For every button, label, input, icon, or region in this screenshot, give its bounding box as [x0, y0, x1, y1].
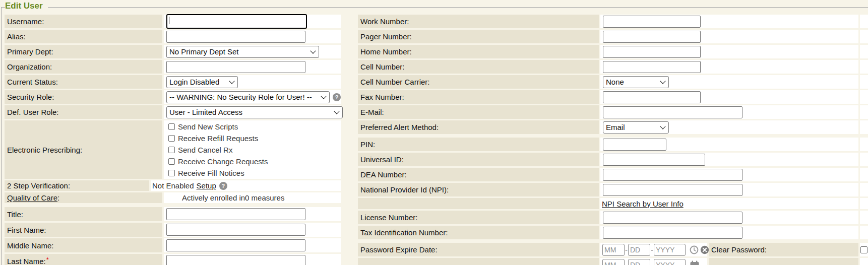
row-organization: Organization:: [5, 60, 341, 74]
chevron-down-icon: [660, 123, 665, 129]
chevron-down-icon: [229, 78, 234, 84]
checkbox-label: Receive Refill Requests: [178, 134, 258, 143]
set-month-input[interactable]: [602, 259, 625, 265]
pager-number-input[interactable]: [603, 31, 701, 43]
chevron-down-icon: [660, 78, 665, 84]
pin-label: PIN:: [358, 138, 599, 151]
work-number-input[interactable]: [603, 16, 701, 28]
preferred-alert-select[interactable]: Email: [603, 121, 669, 134]
checkbox-label: Send Cancel Rx: [178, 146, 232, 154]
title-input[interactable]: [166, 208, 305, 220]
two-step-status: Not Enabled: [152, 181, 194, 190]
row-home-number: Home Number:: [358, 45, 868, 58]
npi-search-link[interactable]: NPI Search by User Info: [602, 200, 684, 208]
email-input[interactable]: [603, 106, 742, 118]
pager-number-label: Pager Number:: [358, 30, 599, 43]
organization-input[interactable]: [166, 61, 305, 73]
row-pager-number: Pager Number:: [358, 30, 868, 43]
fax-number-label: Fax Number:: [358, 90, 599, 104]
tax-id-label: Tax Identification Number:: [358, 226, 599, 239]
row-electronic-prescribing: Electronic Prescribing: Send New Scripts…: [5, 120, 341, 179]
clear-password-label: Clear Password:: [709, 243, 858, 256]
receive-change-requests-checkbox[interactable]: [168, 158, 175, 165]
receive-fill-notices-checkbox[interactable]: [168, 170, 175, 176]
chevron-down-icon: [321, 93, 326, 99]
username-label: Username:: [5, 15, 162, 28]
checkbox-label: Receive Fill Notices: [178, 169, 244, 177]
row-work-number: Work Number:: [358, 15, 868, 28]
row-email: E-Mail:: [358, 105, 868, 119]
middle-name-input[interactable]: [166, 239, 305, 251]
home-number-label: Home Number:: [358, 45, 599, 58]
last-name-input[interactable]: [166, 255, 305, 265]
row-npi: National Provider Id (NPI):: [358, 183, 868, 196]
cell-number-label: Cell Number:: [358, 60, 599, 74]
security-role-selected-value: -- WARNING: No Security Role for User! -…: [169, 93, 312, 101]
row-pin: PIN:: [358, 138, 868, 151]
cell-carrier-selected-value: None: [606, 78, 624, 86]
expire-month-input[interactable]: [602, 244, 625, 256]
primary-dept-select[interactable]: No Primary Dept Set: [166, 46, 319, 58]
expire-year-input[interactable]: [654, 244, 686, 256]
text-caret: [169, 17, 169, 24]
receive-refill-requests-checkbox[interactable]: [168, 135, 175, 142]
ep-option-send-new-scripts: Send New Scripts: [168, 121, 238, 132]
expire-day-input[interactable]: [628, 244, 650, 256]
row-current-status: Current Status: Login Disabled: [5, 75, 341, 89]
help-icon[interactable]: ?: [333, 93, 341, 101]
dea-number-input[interactable]: [603, 169, 742, 181]
clock-icon[interactable]: [690, 245, 699, 254]
row-password-set-date-partial: - -: [358, 258, 868, 265]
username-input[interactable]: [166, 14, 307, 29]
contact-credentials-section: Work Number: Pager Number: Home Number:: [358, 15, 868, 265]
current-status-select[interactable]: Login Disabled: [166, 76, 238, 88]
npi-label: National Provider Id (NPI):: [358, 183, 599, 196]
security-role-label: Security Role:: [5, 90, 162, 104]
set-day-input[interactable]: [628, 259, 650, 265]
cell-carrier-select[interactable]: None: [603, 76, 669, 88]
help-icon[interactable]: ?: [219, 182, 227, 190]
checkbox-label: Send New Scripts: [178, 122, 238, 131]
home-number-input[interactable]: [603, 46, 701, 58]
row-first-name: First Name:: [5, 223, 341, 237]
cell-carrier-label: Cell Number Carrier:: [358, 75, 599, 89]
chevron-down-icon: [334, 108, 339, 114]
set-year-input[interactable]: [654, 259, 686, 265]
current-status-label: Current Status:: [5, 75, 162, 89]
send-cancel-rx-checkbox[interactable]: [168, 147, 175, 153]
first-name-label: First Name:: [5, 223, 162, 237]
organization-label: Organization:: [5, 60, 162, 74]
page-title: Edit User: [5, 1, 48, 12]
universal-id-input[interactable]: [603, 154, 705, 166]
fax-number-input[interactable]: [603, 91, 701, 103]
alias-label: Alias:: [5, 30, 162, 43]
send-new-scripts-checkbox[interactable]: [168, 123, 175, 130]
two-step-setup-link[interactable]: Setup: [197, 181, 216, 190]
row-cell-carrier: Cell Number Carrier: None: [358, 75, 868, 89]
clear-password-checkbox[interactable]: [860, 246, 867, 253]
first-name-input[interactable]: [166, 224, 305, 236]
title-label: Title:: [5, 207, 162, 221]
def-user-role-select[interactable]: User - Limited Access: [166, 106, 343, 118]
alias-input[interactable]: [166, 31, 305, 43]
row-universal-id: Universal ID:: [358, 153, 868, 166]
npi-input[interactable]: [603, 184, 742, 196]
calendar-icon[interactable]: [690, 260, 700, 265]
cell-number-input[interactable]: [603, 61, 701, 73]
row-dea-number: DEA Number:: [358, 168, 868, 181]
npi-search-label-cell: [358, 198, 599, 209]
ep-option-receive-fill-notices: Receive Fill Notices: [168, 167, 244, 179]
license-number-label: License Number:: [358, 211, 599, 224]
checkbox-label: Receive Change Requests: [178, 157, 268, 166]
row-password-expire-date: Password Expire Date: - -: [358, 243, 868, 256]
license-number-input[interactable]: [603, 212, 742, 224]
quality-of-care-link[interactable]: Quality of Care: [7, 193, 57, 202]
row-preferred-alert: Preferred Alert Method: Email: [358, 120, 868, 134]
row-middle-name: Middle Name:: [5, 238, 341, 252]
current-status-selected-value: Login Disabled: [169, 78, 219, 86]
security-role-select[interactable]: -- WARNING: No Security Role for User! -…: [166, 91, 330, 103]
row-npi-search: NPI Search by User Info: [358, 198, 868, 209]
tax-id-input[interactable]: [603, 227, 742, 239]
pin-input[interactable]: [603, 139, 666, 151]
row-tax-id: Tax Identification Number:: [358, 226, 868, 239]
